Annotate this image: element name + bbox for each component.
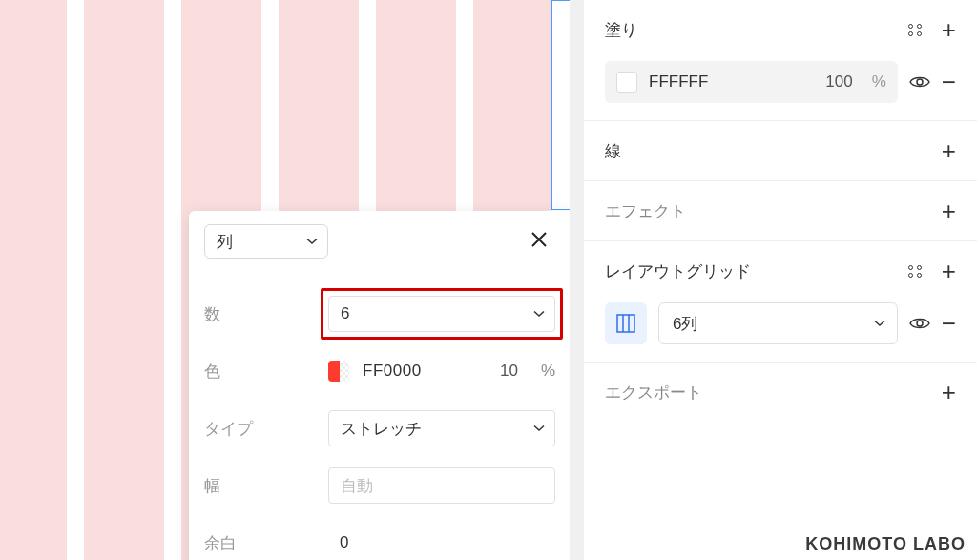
width-input[interactable]: 自動 — [328, 467, 555, 504]
layout-type-value: 列 — [217, 231, 233, 253]
color-swatch[interactable] — [328, 361, 349, 382]
add-fill-button[interactable]: + — [942, 17, 956, 42]
chevron-down-icon — [874, 320, 885, 327]
effects-title: エフェクト — [605, 200, 686, 222]
count-value: 6 — [341, 304, 349, 323]
width-placeholder: 自動 — [341, 475, 373, 497]
gutter-label: 余白 — [204, 532, 328, 554]
count-label: 数 — [204, 303, 328, 325]
close-button[interactable] — [523, 225, 555, 258]
export-title: エクスポート — [605, 382, 702, 404]
color-hex[interactable]: FF0000 — [363, 362, 422, 381]
styles-icon[interactable] — [908, 265, 923, 278]
width-label: 幅 — [204, 475, 328, 497]
grid-title: レイアウトグリッド — [605, 260, 751, 282]
fill-section: 塗り + FFFFFF 100 % − — [584, 0, 977, 121]
gutter-value: 0 — [340, 533, 348, 552]
add-export-button[interactable]: + — [942, 380, 956, 404]
visibility-toggle[interactable] — [909, 316, 930, 331]
grid-type-button[interactable] — [605, 302, 647, 344]
grid-column — [84, 0, 164, 560]
add-grid-button[interactable]: + — [942, 259, 956, 283]
remove-fill-button[interactable]: − — [942, 70, 956, 94]
color-label: 色 — [204, 361, 328, 383]
color-opacity[interactable]: 10 — [500, 362, 518, 381]
svg-rect-1 — [617, 315, 634, 332]
add-effect-button[interactable]: + — [942, 198, 956, 223]
chevron-down-icon — [533, 425, 545, 432]
chevron-down-icon — [306, 238, 318, 245]
type-value: ストレッチ — [341, 418, 422, 440]
layout-type-select[interactable]: 列 — [204, 224, 328, 259]
fill-opacity[interactable]: 100 — [825, 73, 852, 92]
percent-label: % — [541, 362, 555, 381]
grid-select[interactable]: 6列 — [658, 302, 898, 344]
watermark: KOHIMOTO LABO — [805, 534, 966, 554]
svg-point-4 — [917, 321, 923, 326]
layout-grid-popup: 列 数 6 色 FF0000 10 % — [189, 211, 571, 560]
svg-point-0 — [917, 79, 923, 85]
grid-value: 6列 — [673, 313, 697, 335]
layout-grid-section: レイアウトグリッド + 6列 — [584, 241, 977, 363]
export-section: エクスポート + — [584, 363, 977, 422]
remove-grid-button[interactable]: − — [942, 311, 956, 336]
count-input[interactable]: 6 — [328, 296, 555, 332]
selection-indicator — [551, 0, 571, 210]
type-select[interactable]: ストレッチ — [328, 410, 555, 446]
styles-icon[interactable] — [908, 24, 923, 36]
fill-item[interactable]: FFFFFF 100 % — [605, 61, 898, 103]
stroke-section: 線 + — [584, 121, 977, 181]
fill-swatch[interactable] — [616, 72, 637, 93]
percent-label: % — [872, 73, 886, 92]
fill-hex[interactable]: FFFFFF — [649, 73, 814, 92]
gutter-input[interactable]: 0 — [328, 525, 443, 560]
grid-column — [0, 0, 67, 560]
fill-title: 塗り — [605, 19, 637, 41]
add-stroke-button[interactable]: + — [942, 138, 956, 163]
visibility-toggle[interactable] — [909, 74, 930, 90]
chevron-down-icon — [533, 310, 545, 318]
type-label: タイプ — [204, 418, 328, 440]
properties-panel: 塗り + FFFFFF 100 % − 線 + — [583, 0, 977, 560]
stroke-title: 線 — [605, 140, 621, 162]
effects-section: エフェクト + — [584, 181, 977, 241]
